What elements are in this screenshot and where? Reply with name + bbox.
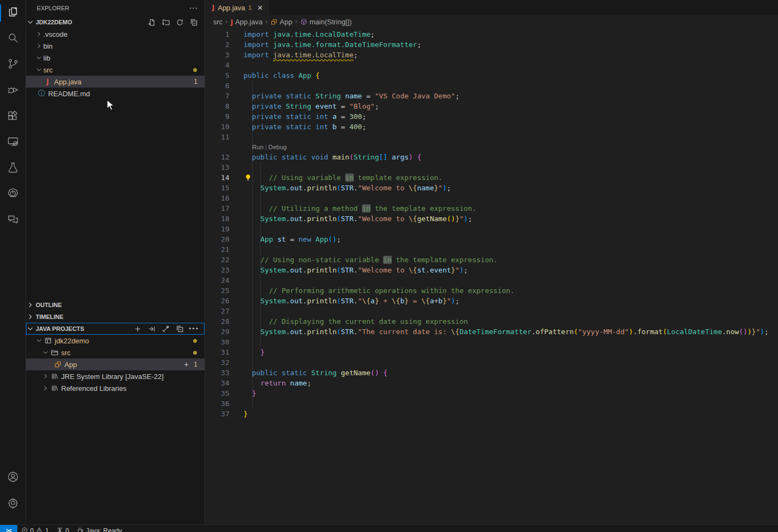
code-line-content[interactable]: System.out.println(STR."Welcome to \{nam… (243, 183, 451, 193)
code-line-8[interactable]: 8 private String event = "Blog"; (206, 101, 778, 111)
code-line-19[interactable]: 19 (206, 224, 778, 234)
add-project-icon[interactable] (132, 323, 143, 334)
line-number[interactable]: 21 (206, 244, 229, 255)
code-line-28[interactable]: 28 // Displaying the current date using … (206, 316, 778, 327)
line-number[interactable]: 3 (206, 50, 229, 60)
code-line-content[interactable]: } (243, 409, 248, 419)
more-actions-icon[interactable]: ··· (188, 323, 199, 334)
code-line-30[interactable]: 30 (206, 337, 778, 347)
code-line-content[interactable]: public class App { (243, 70, 320, 81)
code-line-content[interactable]: private static int a = 300; (243, 111, 366, 122)
code-line-20[interactable]: 20 App st = new App(); (206, 234, 778, 244)
inline-add-icon[interactable]: + (184, 360, 188, 369)
code-line-7[interactable]: 7 private static String name = "VS Code … (206, 91, 778, 101)
line-number[interactable]: 33 (206, 368, 229, 378)
line-number[interactable]: 28 (206, 316, 229, 327)
java-projects-item-jp-src[interactable]: src (26, 347, 205, 358)
activity-explorer[interactable] (0, 0, 26, 26)
code-line-content[interactable]: public static void main(String[] args) { (243, 152, 421, 162)
line-number[interactable]: 35 (206, 388, 229, 398)
code-line-6[interactable]: 6 (206, 81, 778, 91)
code-line-4[interactable]: 4 (206, 60, 778, 70)
breadcrumb-item-main-string-[interactable]: main(String[]) (300, 18, 352, 26)
line-number[interactable]: 5 (206, 70, 229, 81)
line-number[interactable]: 2 (206, 39, 229, 50)
line-number[interactable]: 10 (206, 122, 229, 132)
more-actions-icon[interactable]: ··· (189, 4, 198, 12)
code-line-content[interactable]: import java.time.LocalDateTime; (243, 29, 375, 39)
line-number[interactable]: 34 (206, 378, 229, 388)
line-number[interactable]: 6 (206, 81, 229, 91)
activity-search[interactable] (0, 26, 26, 52)
line-number[interactable]: 23 (206, 265, 229, 275)
activity-remote-explorer[interactable] (0, 130, 26, 156)
line-number[interactable]: 1 (206, 29, 229, 39)
code-line-23[interactable]: 23 System.out.println(STR."Welcome to \{… (206, 265, 778, 275)
export-jar-icon[interactable] (146, 323, 157, 334)
line-number[interactable]: 15 (206, 183, 229, 193)
code-line-32[interactable]: 32 (206, 357, 778, 368)
line-number[interactable]: 30 (206, 337, 229, 347)
code-line-15[interactable]: 15 System.out.println(STR."Welcome to \{… (206, 183, 778, 193)
line-number[interactable]: 8 (206, 101, 229, 111)
breadcrumb-item-src[interactable]: src (213, 18, 222, 26)
code-line-content[interactable]: // Performing arithmetic operations with… (243, 285, 515, 296)
explorer-item-src[interactable]: src (26, 64, 205, 76)
collapse-all-icon[interactable] (188, 17, 199, 28)
code-line-1[interactable]: 1import java.time.LocalDateTime; (206, 29, 778, 39)
activity-dashboard[interactable] (0, 182, 26, 208)
code-line-content[interactable]: import java.time.format.DateTimeFormatte… (243, 39, 421, 50)
new-file-icon[interactable] (146, 17, 157, 28)
java-projects-item-jdk22demo[interactable]: jdk22demo (26, 335, 205, 347)
code-line-25[interactable]: 25 // Performing arithmetic operations w… (206, 285, 778, 296)
codelens-run[interactable]: Run (252, 144, 263, 150)
code-line-content[interactable]: // Utilizing a method in the template ex… (243, 203, 476, 214)
folder-section-header[interactable]: JDK22DEMO (26, 16, 205, 28)
lightbulb-icon[interactable] (244, 174, 252, 182)
code-line-12[interactable]: 12 public static void main(String[] args… (206, 152, 778, 162)
line-number[interactable]: 17 (206, 203, 229, 214)
line-number[interactable]: 22 (206, 255, 229, 265)
collapse-all-icon[interactable] (174, 323, 185, 334)
line-number[interactable]: 31 (206, 347, 229, 357)
settings-button[interactable] (0, 491, 26, 517)
explorer-item-readme[interactable]: ⓘREADME.md (26, 88, 205, 99)
line-number[interactable]: 9 (206, 111, 229, 122)
line-number[interactable]: 14 (206, 172, 229, 183)
line-number[interactable]: 13 (206, 162, 229, 172)
explorer-item-app-java[interactable]: JApp.java1 (26, 76, 205, 88)
code-line-35[interactable]: 35 } (206, 388, 778, 398)
code-line-33[interactable]: 33 public static String getName() { (206, 368, 778, 378)
refresh-icon[interactable] (174, 17, 185, 28)
code-line-3[interactable]: 3import java.time.LocalTime; (206, 50, 778, 60)
codelens-debug[interactable]: Debug (268, 144, 287, 150)
breadcrumb-item-app[interactable]: App (271, 18, 292, 26)
line-number[interactable]: 4 (206, 60, 229, 70)
code-line-37[interactable]: 37} (206, 409, 778, 419)
line-number[interactable]: 19 (206, 224, 229, 234)
code-line-content[interactable]: System.out.println(STR."The current date… (243, 327, 769, 337)
line-number[interactable]: 20 (206, 234, 229, 244)
code-line-13[interactable]: 13 (206, 162, 778, 172)
code-line-2[interactable]: 2import java.time.format.DateTimeFormatt… (206, 39, 778, 50)
code-line-content[interactable]: private static String name = "VS Code Ja… (243, 91, 459, 101)
activity-extensions[interactable] (0, 104, 26, 130)
remote-indicator[interactable]: >< (0, 525, 17, 532)
java-projects-item-jre[interactable]: JRE System Library [JavaSE-22] (26, 370, 205, 382)
code-line-content[interactable]: // Displaying the current date using exp… (243, 316, 468, 327)
activity-run-debug[interactable] (0, 78, 26, 104)
code-line-content[interactable]: System.out.println(STR."Welcome to \{st.… (243, 265, 468, 275)
code-line-21[interactable]: 21 (206, 244, 778, 255)
code-line-content[interactable]: System.out.println(STR."\{a} + \{b} = \{… (243, 296, 459, 306)
code-line-18[interactable]: 18 System.out.println(STR."Welcome to \{… (206, 214, 778, 224)
code-line-22[interactable]: 22 // Using non-static variable in the t… (206, 255, 778, 265)
code-line-content[interactable]: } (243, 347, 265, 357)
code-line-content[interactable]: private static int b = 400; (243, 122, 366, 132)
code-line-27[interactable]: 27 (206, 306, 778, 316)
tab-app-java[interactable]: J App.java 1 ✕ (206, 0, 269, 15)
line-number[interactable]: 16 (206, 193, 229, 203)
line-number[interactable]: 12 (206, 152, 229, 162)
explorer-item-bin[interactable]: bin (26, 40, 205, 52)
line-number[interactable]: 24 (206, 275, 229, 285)
code-line-content[interactable]: System.out.println(STR."Welcome to \{get… (243, 214, 472, 224)
